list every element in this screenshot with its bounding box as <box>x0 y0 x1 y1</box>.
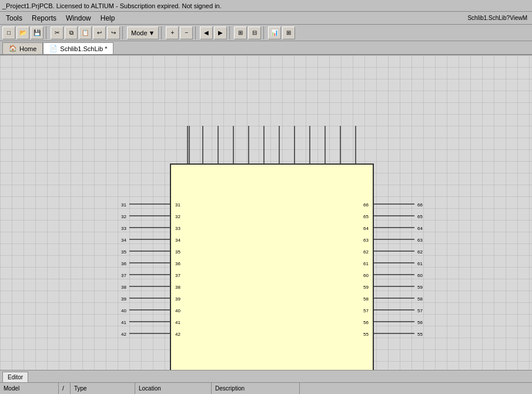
copy-btn[interactable]: ⧉ <box>65 26 78 39</box>
svg-text:60: 60 <box>363 273 369 278</box>
model-label: Model <box>4 385 19 392</box>
svg-text:33: 33 <box>121 226 126 231</box>
svg-text:58: 58 <box>363 296 369 302</box>
svg-text:41: 41 <box>175 320 180 325</box>
svg-text:32: 32 <box>121 214 126 219</box>
svg-text:39: 39 <box>121 296 126 302</box>
svg-text:59: 59 <box>417 285 423 290</box>
svg-text:41: 41 <box>121 320 126 325</box>
svg-text:57: 57 <box>417 308 423 313</box>
svg-text:31: 31 <box>121 202 126 208</box>
menu-reports[interactable]: Reports <box>27 13 61 24</box>
svg-text:36: 36 <box>121 261 126 266</box>
svg-text:37: 37 <box>175 273 180 278</box>
menu-tools[interactable]: Tools <box>1 13 27 24</box>
grid2-btn[interactable]: ⊟ <box>248 26 261 39</box>
open-btn[interactable]: 📂 <box>16 26 29 39</box>
svg-text:63: 63 <box>363 238 369 243</box>
tab-home-label: Home <box>19 45 36 52</box>
type-col: Type <box>71 383 135 394</box>
svg-text:57: 57 <box>363 308 369 313</box>
svg-text:55: 55 <box>363 332 369 337</box>
table-btn[interactable]: ⊞ <box>282 26 295 39</box>
svg-text:34: 34 <box>175 238 180 243</box>
location-col: Location <box>135 383 212 394</box>
main-canvas[interactable]: .pin-num { font-size: 8px; font-family: … <box>0 55 532 378</box>
svg-text:61: 61 <box>363 261 369 266</box>
svg-text:56: 56 <box>363 320 369 325</box>
undo-btn[interactable]: ↩ <box>93 26 106 39</box>
tab-schlib-label: Schlib1.SchLib * <box>60 45 107 52</box>
svg-text:66: 66 <box>363 202 369 208</box>
svg-text:62: 62 <box>417 249 423 255</box>
svg-text:55: 55 <box>417 332 423 337</box>
svg-text:35: 35 <box>175 249 180 255</box>
redo-btn[interactable]: ↪ <box>107 26 120 39</box>
svg-text:58: 58 <box>417 296 423 302</box>
menu-help[interactable]: Help <box>96 13 120 24</box>
tab-bar: 🏠 Home 📄 Schlib1.SchLib * <box>0 41 532 55</box>
title-bar: _Project1.PrjPCB. Licensed to ALTIUM - S… <box>0 0 532 12</box>
cut-btn[interactable]: ✂ <box>51 26 63 39</box>
svg-text:56: 56 <box>417 320 423 325</box>
svg-text:63: 63 <box>417 238 423 243</box>
slash-label: / <box>62 385 64 392</box>
svg-text:60: 60 <box>417 273 423 278</box>
svg-text:37: 37 <box>121 273 126 278</box>
nav-back[interactable]: ◀ <box>200 26 213 39</box>
paste-btn[interactable]: 📋 <box>79 26 92 39</box>
sep1 <box>46 26 48 39</box>
svg-text:61: 61 <box>417 261 423 266</box>
schematic-drawing: .pin-num { font-size: 8px; font-family: … <box>0 55 532 378</box>
chart-btn[interactable]: 📊 <box>268 26 281 39</box>
svg-text:40: 40 <box>121 308 126 313</box>
grid-btn[interactable]: ⊞ <box>234 26 247 39</box>
location-label: Location <box>139 385 161 392</box>
svg-text:42: 42 <box>175 332 180 337</box>
status-columns: Model / Type Location Description <box>0 382 532 394</box>
schlib-icon: 📄 <box>49 45 58 52</box>
svg-text:38: 38 <box>121 285 126 290</box>
svg-text:65: 65 <box>363 214 369 219</box>
svg-text:59: 59 <box>363 285 369 290</box>
svg-text:62: 62 <box>363 249 369 255</box>
editor-tab[interactable]: Editor <box>2 372 28 382</box>
svg-text:40: 40 <box>175 308 180 313</box>
tab-home[interactable]: 🏠 Home <box>2 42 43 54</box>
svg-text:32: 32 <box>175 214 180 219</box>
svg-text:34: 34 <box>121 238 126 243</box>
menu-bar: Tools Reports Window Help Schlib1.SchLib… <box>0 12 532 25</box>
mode-label: Mode <box>131 29 148 36</box>
title-text: _Project1.PrjPCB. Licensed to ALTIUM - S… <box>2 2 222 9</box>
nav-fwd[interactable]: ▶ <box>214 26 227 39</box>
save-btn[interactable]: 💾 <box>31 26 44 39</box>
svg-text:66: 66 <box>417 202 423 208</box>
sep5 <box>229 26 232 39</box>
svg-text:38: 38 <box>175 285 180 290</box>
sep4 <box>195 26 198 39</box>
svg-text:39: 39 <box>175 296 180 302</box>
status-bar: Editor Model / Type Location Description <box>0 370 532 394</box>
tab-schlib[interactable]: 📄 Schlib1.SchLib * <box>43 42 113 54</box>
svg-text:31: 31 <box>175 202 180 208</box>
svg-text:33: 33 <box>175 226 180 231</box>
svg-text:35: 35 <box>121 249 126 255</box>
sep2 <box>122 26 125 39</box>
top-right-label: Schlib1.SchLib?ViewM <box>467 15 531 21</box>
svg-text:64: 64 <box>363 226 369 231</box>
svg-rect-0 <box>170 164 373 373</box>
status-tabs: Editor <box>0 370 532 382</box>
svg-text:64: 64 <box>417 226 423 231</box>
model-col: Model <box>0 383 59 394</box>
type-label: Type <box>74 385 87 392</box>
home-icon: 🏠 <box>9 45 17 52</box>
mode-btn[interactable]: Mode ▼ <box>127 26 159 39</box>
minus-btn[interactable]: − <box>180 26 193 39</box>
sep6 <box>263 26 266 39</box>
plus-btn[interactable]: + <box>166 26 179 39</box>
mode-arrow: ▼ <box>149 29 155 36</box>
description-label: Description <box>215 385 245 392</box>
svg-text:65: 65 <box>417 214 423 219</box>
new-btn[interactable]: □ <box>2 26 15 39</box>
menu-window[interactable]: Window <box>61 13 96 24</box>
